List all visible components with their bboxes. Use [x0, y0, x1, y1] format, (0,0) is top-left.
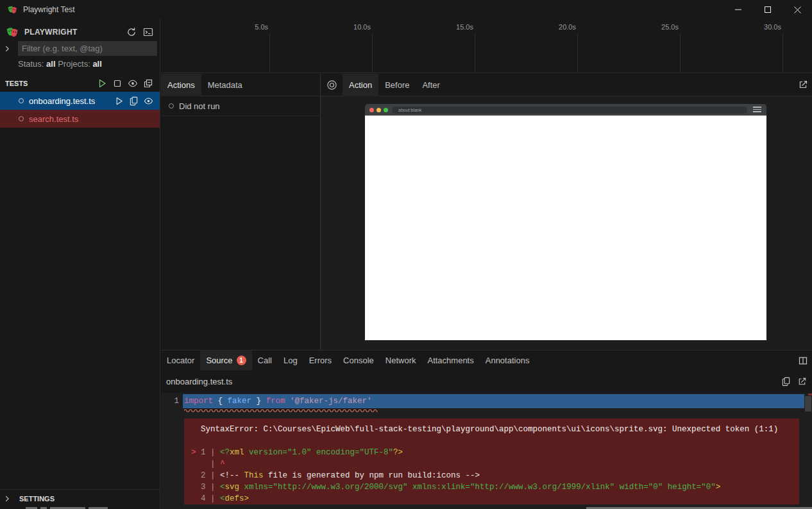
browser-titlebar: about:blank: [365, 104, 766, 116]
window-title: Playwright Test: [23, 5, 74, 14]
maximize-button[interactable]: [753, 0, 782, 19]
close-button[interactable]: [782, 0, 812, 19]
source-code-line: import { faker } from '@faker-js/faker': [183, 394, 804, 408]
source-error-badge: 1: [237, 356, 246, 365]
projects-value[interactable]: all: [92, 59, 101, 69]
tests-title: TESTS: [5, 80, 28, 87]
stop-icon[interactable]: [112, 78, 123, 89]
open-file-icon[interactable]: [129, 96, 139, 106]
snapshot-panel: Action Before After: [321, 74, 812, 350]
status-label: Status:: [18, 59, 44, 69]
filter-row: [0, 40, 160, 57]
settings-section-header[interactable]: SETTINGS: [0, 489, 160, 507]
open-source-external-icon[interactable]: [797, 377, 807, 386]
status-value[interactable]: all: [46, 59, 55, 69]
error-frame-line: 4 | <defs>: [191, 493, 799, 505]
tab-annotations[interactable]: Annotations: [480, 350, 536, 370]
error-squiggle-icon: [184, 408, 378, 412]
tab-after[interactable]: After: [416, 74, 446, 96]
sidebar-title: PLAYWRIGHT: [24, 28, 78, 37]
settings-title: SETTINGS: [19, 495, 55, 503]
details-panel: Locator Source1 Call Log Errors Console …: [161, 350, 812, 509]
snapshot-body: about:blank: [321, 96, 812, 350]
error-frame-line: 3 | <svg xmlns="http://www.w3.org/2000/s…: [191, 481, 799, 493]
tab-log[interactable]: Log: [278, 350, 303, 370]
did-not-run-row[interactable]: Did not run: [161, 96, 320, 116]
source-file-name: onboarding.test.ts: [166, 377, 232, 386]
sidebar-header: PLAYWRIGHT: [0, 23, 160, 41]
tab-action[interactable]: Action: [343, 74, 378, 96]
browser-address-bar: about:blank: [392, 107, 747, 114]
error-frame-line: | ^: [191, 458, 799, 470]
status-circle-icon: [169, 103, 174, 108]
test-row-onboarding[interactable]: onboarding.test.ts: [0, 92, 160, 110]
actions-panel: Actions Metadata Did not run: [161, 74, 321, 350]
browser-page-content: [365, 116, 766, 340]
split-view-icon[interactable]: [794, 356, 812, 366]
titlebar: Playwright Test: [0, 0, 812, 19]
test-name: onboarding.test.ts: [29, 96, 95, 106]
vertical-scrollbar[interactable]: [805, 396, 811, 411]
tab-console[interactable]: Console: [337, 350, 380, 370]
browser-url: about:blank: [398, 108, 421, 112]
watch-all-icon[interactable]: [128, 78, 138, 89]
projects-label: Projects:: [58, 59, 90, 69]
source-view[interactable]: 1 import { faker } from '@faker-js/faker…: [161, 393, 812, 509]
browser-maximize-dot-icon: [384, 108, 388, 112]
browser-minimize-dot-icon: [376, 108, 381, 112]
terminal-icon[interactable]: [143, 27, 153, 37]
test-status-circle-icon: [19, 98, 24, 103]
sidebar: PLAYWRIGHT Status: all Projects: all: [0, 19, 160, 509]
chevron-right-icon[interactable]: [3, 44, 13, 53]
source-filebar: onboarding.test.ts: [161, 370, 812, 393]
did-not-run-label: Did not run: [179, 101, 220, 111]
timeline[interactable]: 5.0s 10.0s 15.0s 20.0s 25.0s 30.0s: [161, 19, 812, 73]
filter-input[interactable]: [18, 41, 157, 56]
test-status-circle-icon: [19, 116, 24, 121]
tab-locator[interactable]: Locator: [161, 350, 200, 370]
browser-close-dot-icon: [369, 108, 374, 112]
playwright-test-window: Playwright Test PLAYWRIGHT: [0, 0, 812, 509]
watch-test-icon[interactable]: [144, 96, 153, 106]
playwright-logo-icon: [8, 4, 18, 15]
copy-file-path-icon[interactable]: [781, 377, 791, 386]
tab-metadata[interactable]: Metadata: [201, 74, 249, 96]
run-all-icon[interactable]: [97, 78, 107, 89]
tab-attachments[interactable]: Attachments: [421, 350, 479, 370]
test-row-search[interactable]: search.test.ts: [0, 110, 160, 128]
error-frame-line: 2 | <!-- This file is generated by npm r…: [191, 470, 799, 481]
test-name: search.test.ts: [29, 114, 78, 124]
tab-network[interactable]: Network: [380, 350, 422, 370]
status-line: Status: all Projects: all: [18, 59, 102, 71]
error-frame-line: > 1 | <?xml version="1.0" encoding="UTF-…: [191, 447, 799, 458]
minimize-button[interactable]: [723, 0, 753, 19]
tab-actions[interactable]: Actions: [161, 74, 201, 96]
collapse-all-icon[interactable]: [143, 78, 153, 89]
run-test-icon[interactable]: [114, 96, 124, 106]
chevron-right-icon: [3, 494, 13, 503]
main-area: 5.0s 10.0s 15.0s 20.0s 25.0s 30.0s Actio…: [161, 19, 812, 509]
overview-error-mark: [808, 393, 812, 395]
tests-section-header: TESTS: [0, 75, 160, 92]
open-snapshot-external-icon[interactable]: [794, 80, 812, 90]
actions-tabbar: Actions Metadata: [161, 74, 320, 96]
tab-before[interactable]: Before: [378, 74, 416, 96]
error-block: SyntaxError: C:\Courses\EpicWeb\full-sta…: [184, 418, 799, 505]
browser-menu-icon: [753, 107, 761, 114]
tab-call[interactable]: Call: [252, 350, 278, 370]
test-list: onboarding.test.ts search.test.ts: [0, 92, 160, 128]
reload-icon[interactable]: [126, 27, 137, 37]
source-line-1: 1 import { faker } from '@faker-js/faker…: [161, 394, 812, 408]
tab-source[interactable]: Source1: [200, 350, 251, 370]
details-tabbar: Locator Source1 Call Log Errors Console …: [161, 350, 812, 370]
line-number: 1: [161, 394, 183, 408]
playwright-masks-icon: [6, 26, 19, 39]
snapshot-tabbar: Action Before After: [321, 74, 812, 96]
tab-errors[interactable]: Errors: [303, 350, 337, 370]
pick-locator-icon[interactable]: [321, 74, 343, 96]
error-message: SyntaxError: C:\Courses\EpicWeb\full-sta…: [191, 424, 799, 435]
browser-snapshot: about:blank: [365, 104, 766, 340]
